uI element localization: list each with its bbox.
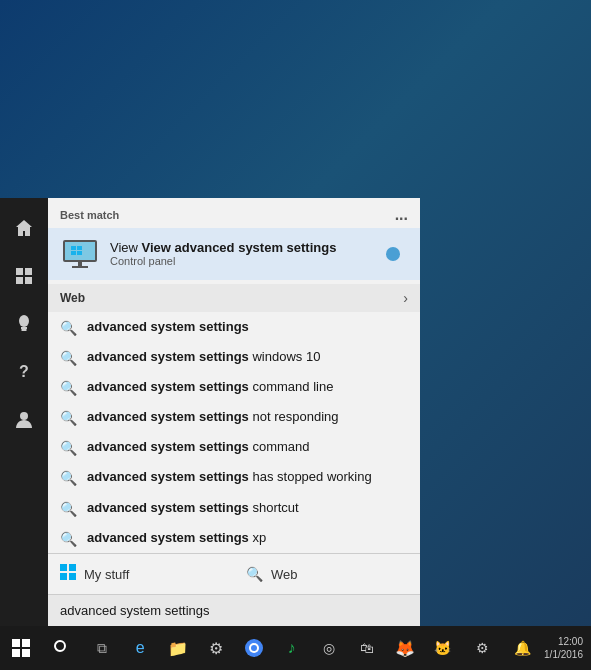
svg-rect-14 (78, 262, 82, 266)
task-view-button[interactable]: ⧉ (83, 626, 121, 670)
svg-rect-5 (21, 327, 27, 329)
taskbar-icon-4[interactable]: 🐱 (424, 626, 460, 670)
svg-rect-23 (22, 649, 30, 657)
best-match-text: View View advanced system settings Contr… (110, 240, 336, 267)
sidebar-icon-question[interactable]: ? (2, 350, 46, 394)
svg-rect-13 (77, 251, 82, 255)
search-icon-6: 🔍 (60, 501, 77, 517)
result-text-2: advanced system settings command line (87, 378, 333, 396)
svg-point-4 (19, 315, 29, 327)
sidebar-icon-bulb[interactable] (2, 302, 46, 346)
svg-rect-3 (25, 277, 32, 284)
web-arrow-icon: › (403, 290, 408, 306)
taskbar-right: 🐱 ⚙ 🔔 12:00 1/1/2016 (424, 626, 591, 670)
file-explorer-icon[interactable]: 📁 (159, 626, 197, 670)
chrome-icon[interactable] (235, 626, 273, 670)
svg-point-7 (20, 412, 28, 420)
sidebar-icon-grid[interactable] (2, 254, 46, 298)
result-item-1[interactable]: 🔍 advanced system settings windows 10 (48, 342, 420, 372)
search-icon-1: 🔍 (60, 350, 77, 366)
svg-rect-22 (12, 649, 20, 657)
time: 12:00 (544, 635, 583, 648)
svg-rect-19 (69, 573, 76, 580)
search-icon-4: 🔍 (60, 440, 77, 456)
search-icon-5: 🔍 (60, 470, 77, 486)
best-match-icon (60, 238, 100, 270)
desktop: ? Best match ... (0, 0, 591, 670)
result-item-5[interactable]: 🔍 advanced system settings has stopped w… (48, 462, 420, 492)
result-text-7: advanced system settings xp (87, 529, 266, 547)
web-label: Web (60, 291, 85, 305)
best-match-title-bold: View advanced system settings (142, 240, 337, 255)
tab-web[interactable]: 🔍 Web (234, 554, 420, 594)
search-query-text: advanced system settings (60, 603, 210, 618)
cortana-search-button[interactable] (42, 626, 84, 670)
windows-logo-icon (60, 564, 76, 584)
best-match-subtitle: Control panel (110, 255, 336, 267)
sidebar-icon-person[interactable] (2, 398, 46, 442)
result-item-2[interactable]: 🔍 advanced system settings command line (48, 372, 420, 402)
bottom-tabs: My stuff 🔍 Web (48, 553, 420, 594)
result-text-6: advanced system settings shortcut (87, 499, 299, 517)
tab-my-stuff[interactable]: My stuff (48, 554, 234, 594)
search-panel: Best match ... (48, 198, 420, 627)
web-search-icon: 🔍 (246, 566, 263, 582)
result-text-0: advanced system settings (87, 318, 249, 336)
svg-rect-2 (16, 277, 23, 284)
sidebar: ? (0, 198, 48, 627)
web-section[interactable]: Web › (48, 284, 420, 312)
taskbar-icon-2[interactable]: 🛍 (348, 626, 386, 670)
best-match-label: Best match (60, 209, 119, 221)
start-menu: ? Best match ... (0, 198, 420, 627)
taskbar: ⧉ e 📁 ⚙ ♪ ◎ 🛍 🦊 🐱 ⚙ 🔔 12:00 1/1/20 (0, 626, 591, 670)
result-item-0[interactable]: 🔍 advanced system settings (48, 312, 420, 342)
result-text-1: advanced system settings windows 10 (87, 348, 320, 366)
result-item-4[interactable]: 🔍 advanced system settings command (48, 432, 420, 462)
taskbar-icon-3[interactable]: 🦊 (386, 626, 424, 670)
start-button[interactable] (0, 626, 42, 670)
search-icon-3: 🔍 (60, 410, 77, 426)
sidebar-icon-home[interactable] (2, 206, 46, 250)
svg-rect-1 (25, 268, 32, 275)
svg-rect-17 (69, 564, 76, 571)
result-text-4: advanced system settings command (87, 438, 310, 456)
svg-rect-12 (71, 251, 76, 255)
result-item-7[interactable]: 🔍 advanced system settings xp (48, 523, 420, 553)
taskbar-icon-1[interactable]: ◎ (310, 626, 348, 670)
taskbar-gear-icon[interactable]: ⚙ (464, 626, 500, 670)
result-text-3: advanced system settings not responding (87, 408, 338, 426)
notification-icon[interactable]: 🔔 (504, 626, 540, 670)
svg-rect-20 (12, 639, 20, 647)
spotify-icon[interactable]: ♪ (273, 626, 311, 670)
svg-rect-10 (71, 246, 76, 250)
search-icon-2: 🔍 (60, 380, 77, 396)
clock: 12:00 1/1/2016 (544, 635, 583, 661)
search-icon-7: 🔍 (60, 531, 77, 547)
best-match-item[interactable]: View View advanced system settings Contr… (48, 228, 420, 280)
search-input-bar[interactable]: advanced system settings (48, 594, 420, 626)
svg-rect-0 (16, 268, 23, 275)
result-item-6[interactable]: 🔍 advanced system settings shortcut (48, 493, 420, 523)
result-item-3[interactable]: 🔍 advanced system settings not respondin… (48, 402, 420, 432)
svg-point-27 (251, 645, 257, 651)
edge-icon[interactable]: e (121, 626, 159, 670)
svg-rect-15 (72, 266, 88, 268)
best-match-header: Best match ... (48, 198, 420, 228)
result-text-5: advanced system settings has stopped wor… (87, 468, 372, 486)
svg-rect-11 (77, 246, 82, 250)
loading-indicator (386, 247, 400, 261)
best-match-title: View View advanced system settings (110, 240, 336, 255)
date: 1/1/2016 (544, 648, 583, 661)
svg-point-24 (55, 641, 65, 651)
tab-my-stuff-label: My stuff (84, 567, 129, 582)
svg-rect-6 (22, 329, 27, 331)
monitor-icon (61, 239, 99, 269)
svg-rect-16 (60, 564, 67, 571)
search-icon-0: 🔍 (60, 320, 77, 336)
svg-rect-18 (60, 573, 67, 580)
svg-rect-21 (22, 639, 30, 647)
settings-taskbar-icon[interactable]: ⚙ (197, 626, 235, 670)
tab-web-label: Web (271, 567, 298, 582)
more-options-button[interactable]: ... (395, 206, 408, 224)
